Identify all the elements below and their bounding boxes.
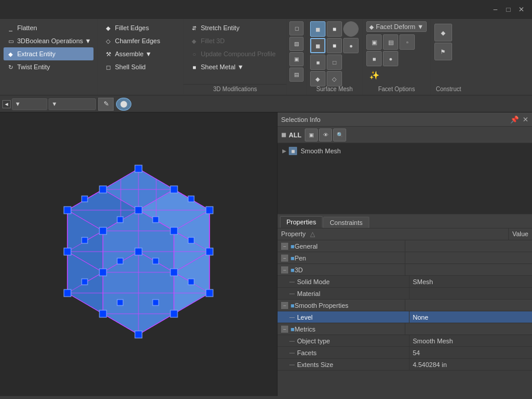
sm-btn-6[interactable]: ● (343, 38, 359, 53)
shell-solid-button[interactable]: ◻ Shell Solid (101, 60, 179, 73)
chamfer-icon: ◇ (104, 36, 113, 46)
fo-btn-5[interactable]: ● (383, 51, 398, 66)
assemble-button[interactable]: ⚒ Assemble ▼ (101, 47, 179, 60)
svg-rect-56 (170, 269, 178, 276)
value-col-header: Value (509, 229, 532, 240)
section-smooth-properties[interactable]: – ■ Smooth Properties (278, 300, 532, 311)
level-val: None (410, 311, 533, 323)
fillet-edges-icon: ◆ (104, 23, 113, 33)
sm-btn-2[interactable]: ◽ (327, 21, 342, 37)
sm-btn-4[interactable]: ◼ (310, 38, 325, 53)
twist-entity-button[interactable]: ↻ Twist Entity (4, 60, 93, 73)
fillet-3d-button[interactable]: ◆ Fillet 3D (187, 34, 283, 47)
icon-btn-3[interactable]: ▣ (289, 52, 304, 66)
sheet-metal-button[interactable]: ■ Sheet Metal ▼ (187, 60, 283, 73)
chamfer-edges-button[interactable]: ◇ Chamfer Edges (101, 34, 179, 47)
row-object-type[interactable]: ― Object type Smooth Mesh (278, 335, 532, 347)
pen-icon: ■ (291, 255, 295, 262)
close-panel-button[interactable]: ✕ (523, 115, 528, 124)
minimize-button[interactable]: – (489, 4, 501, 15)
facet-deform-button[interactable]: ◆ Facet Deform ▼ (366, 21, 427, 32)
extents-size-key: ― Extents Size (278, 359, 410, 370)
construct-btn-1[interactable]: ◆ (434, 24, 452, 41)
general-value (405, 240, 533, 252)
3d-toggle[interactable]: – (281, 266, 288, 273)
svg-rect-63 (153, 217, 159, 223)
tree-item-label: Smooth Mesh (301, 147, 341, 155)
view-dropdown[interactable]: ▼ (12, 98, 47, 110)
fo-btn-2[interactable]: ▤ (383, 34, 398, 50)
maximize-button[interactable]: □ (502, 4, 514, 15)
fo-btn-3[interactable]: ▫ (399, 34, 415, 50)
pin-button[interactable]: 📌 (510, 115, 519, 124)
fillet3d-icon: ◆ (189, 36, 199, 46)
flatten-icon: ⎯ (6, 23, 15, 33)
properties-header: Property △ Value (278, 229, 532, 240)
panel-icon-3[interactable]: 🔍 (333, 128, 346, 141)
svg-rect-70 (117, 258, 123, 264)
sm-btn-9[interactable]: ◆ (310, 71, 325, 86)
general-toggle[interactable]: – (281, 243, 288, 250)
object-type-prefix: ― (289, 338, 295, 344)
pencil-btn[interactable]: ✎ (98, 98, 114, 111)
extract-entity-button[interactable]: ◆ Extract Entity (4, 47, 93, 60)
update-compound-button[interactable]: ○ Update Compound Profile (187, 47, 283, 60)
svg-rect-64 (82, 196, 88, 202)
3d-viewport[interactable] (0, 112, 278, 396)
tab-constraints[interactable]: Constraints (323, 217, 369, 228)
flatten-button[interactable]: ⎯ Flatten (4, 21, 93, 34)
smooth-props-toggle[interactable]: – (281, 302, 288, 309)
toolbar-col2: ◆ Fillet Edges ◇ Chamfer Edges ⚒ Assembl… (98, 19, 183, 95)
panel-icon-1[interactable]: ▣ (305, 128, 318, 141)
icon-btn-4[interactable]: ▤ (289, 67, 304, 82)
section-metrics[interactable]: – ■ Metrics (278, 323, 532, 335)
fillet-edges-button[interactable]: ◆ Fillet Edges (101, 21, 179, 34)
view-dropdown-2[interactable]: ▼ (49, 98, 96, 110)
row-extents-size[interactable]: ― Extents Size 4.540284 in (278, 359, 532, 371)
left-arrow[interactable]: ◄ (2, 100, 11, 108)
section-general[interactable]: – ■ General (278, 240, 532, 252)
sm-btn-10[interactable]: ◇ (327, 71, 342, 86)
construct-btn-2[interactable]: ⚑ (434, 43, 452, 60)
construct-group: ◆ ⚑ Construct (431, 19, 466, 95)
panel-toolbar: ◼ ALL ▣ 👁 🔍 (278, 127, 532, 143)
row-facets[interactable]: ― Facets 54 (278, 347, 532, 359)
sm-btn-5[interactable]: ◽ (327, 38, 342, 53)
sm-btn-8[interactable]: □ (327, 54, 342, 70)
icon-btn-1[interactable]: ◻ (289, 21, 304, 36)
mesh-svg (50, 163, 227, 358)
icon-btn-2[interactable]: ▧ (289, 37, 304, 51)
sm-btn-3[interactable] (343, 21, 359, 37)
pen-toggle[interactable]: – (281, 255, 288, 262)
circle-btn[interactable]: ⬤ (116, 98, 131, 111)
fo-btn-4[interactable]: ■ (366, 51, 382, 66)
section-3d[interactable]: – ■ 3D (278, 264, 532, 276)
svg-rect-52 (64, 248, 71, 255)
metrics-toggle[interactable]: – (281, 326, 288, 333)
row-material[interactable]: ― Material (278, 288, 532, 300)
tree-area[interactable]: ▶ ◼ Smooth Mesh (278, 143, 532, 214)
tab-properties[interactable]: Properties (280, 216, 323, 228)
3dboolean-button[interactable]: ▭ 3DBoolean Operations ▼ (4, 34, 93, 47)
toolbar-col1: ⎯ Flatten ▭ 3DBoolean Operations ▼ ◆ Ext… (0, 19, 98, 95)
sm-btn-1[interactable]: ◼ (310, 21, 325, 37)
panel-icon-2[interactable]: 👁 (319, 128, 332, 141)
sm-btn-7[interactable]: ■ (310, 54, 325, 70)
boolean-icon: ▭ (6, 36, 15, 46)
row-level[interactable]: ― Level None (278, 311, 532, 323)
svg-rect-69 (188, 279, 194, 285)
svg-rect-48 (64, 207, 71, 214)
section-pen[interactable]: – ■ Pen (278, 252, 532, 264)
shell-icon: ◻ (104, 62, 113, 72)
close-button[interactable]: ✕ (515, 4, 527, 15)
fo-btn-1[interactable]: ▣ (366, 34, 382, 50)
3d-icon: ■ (291, 266, 295, 273)
metrics-label: – ■ Metrics (278, 323, 405, 334)
extents-size-val: 4.540284 in (410, 359, 533, 370)
stretch-entity-button[interactable]: ⇵ Stretch Entity (187, 21, 283, 34)
tree-item-smooth-mesh[interactable]: ▶ ◼ Smooth Mesh (280, 146, 530, 156)
pen-value (405, 252, 533, 263)
svg-rect-72 (117, 300, 123, 305)
row-solid-mode[interactable]: ― Solid Mode SMesh (278, 276, 532, 288)
mesh-canvas (0, 124, 277, 396)
